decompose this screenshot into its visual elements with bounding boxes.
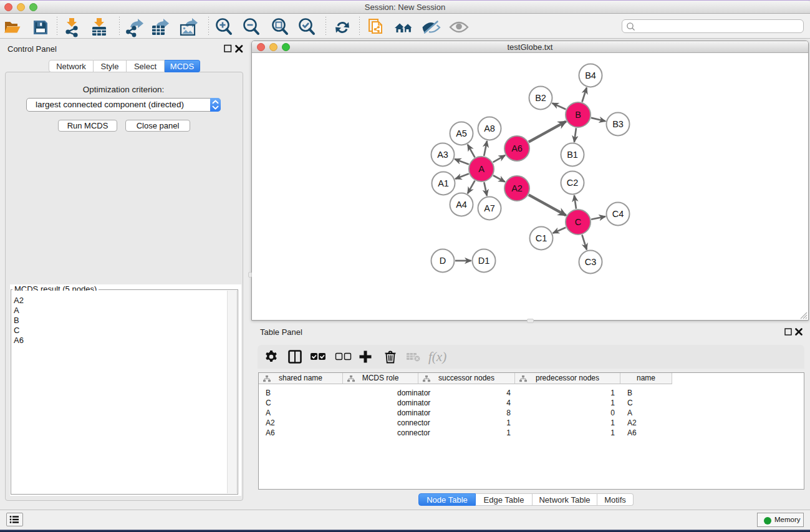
svg-text:C: C [575,217,581,227]
svg-text:A7: A7 [484,203,495,213]
svg-text:B3: B3 [612,119,624,129]
svg-text:A6: A6 [511,143,523,153]
svg-text:A8: A8 [484,123,495,133]
svg-text:A5: A5 [456,128,467,138]
svg-text:C1: C1 [536,233,547,243]
svg-text:D: D [440,256,446,266]
svg-text:C4: C4 [612,209,624,219]
svg-text:A4: A4 [456,200,467,210]
svg-text:A2: A2 [511,183,523,193]
svg-text:B4: B4 [585,70,596,80]
svg-text:B1: B1 [567,150,578,160]
svg-text:D1: D1 [478,256,490,266]
svg-text:A: A [478,164,485,174]
svg-text:C3: C3 [585,257,597,267]
svg-text:C2: C2 [567,178,579,188]
svg-text:A3: A3 [437,150,448,160]
svg-text:B2: B2 [535,93,546,103]
svg-text:A1: A1 [438,178,449,188]
svg-text:B: B [575,110,581,120]
